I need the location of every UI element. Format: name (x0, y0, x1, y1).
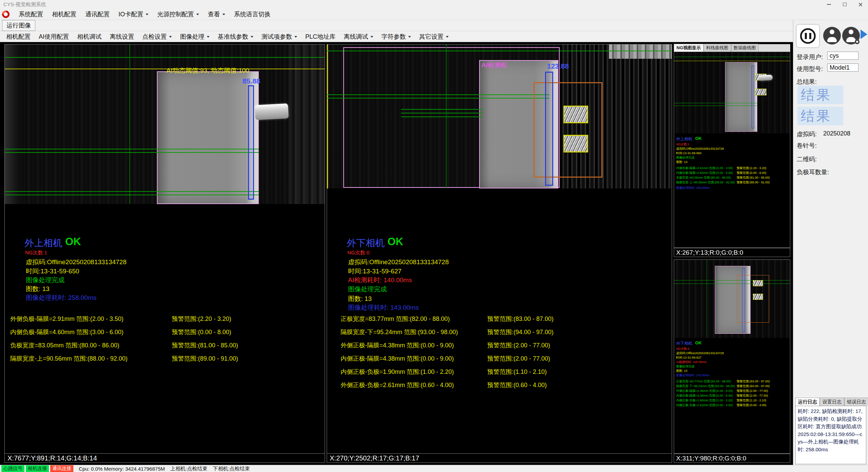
measurement-text: 外侧正极-负极=2.61mm 范围:(0.60 - 4.00) (341, 381, 454, 389)
menu-view[interactable]: 查看 (203, 9, 230, 20)
baseline-vertical (129, 44, 130, 204)
minimize-icon (827, 4, 831, 5)
tab-detect-rect (563, 106, 588, 123)
cam-left-cursor-status: X:7677;Y:891;R:14;G:14;B:14 (5, 453, 325, 462)
preview-cam-title: 外下相机 (676, 341, 692, 346)
pause-button[interactable] (796, 24, 820, 48)
toolbar: 相机配置 AI使用配置 相机调试 离线设置 点检设置 图像处理 基准线参数 测试… (0, 31, 793, 42)
side-panel: 登录用户: cys 使用型号: Model1 总结果: 结果 结果 虚拟码: 2… (793, 20, 868, 465)
close-button[interactable] (852, 0, 868, 9)
tool-camera-config[interactable]: 相机配置 (2, 31, 35, 42)
measurement-text: 隔膜宽度-下=95.24mm 范围:(93.00 - 98.00) (341, 328, 458, 336)
preview-code: 虚拟码:Offline20250208133134728 (676, 351, 724, 356)
maximize-button[interactable] (837, 0, 852, 9)
detect-rect-orange (534, 82, 602, 178)
electrode-tab (255, 103, 289, 120)
tool-offline-settings[interactable]: 离线设置 (106, 31, 138, 42)
menu-light-control-config[interactable]: 光源控制配置 (153, 9, 203, 20)
preview-upper-panel[interactable]: 外上相机 OK NG次数:1 虚拟码:Offline20250208133134… (674, 52, 790, 248)
tool-other-settings[interactable]: 其它设置 (415, 31, 453, 42)
cam-mid-panel: AI检测框 123.88 外下相机 OK NG次数:0 虚拟码:Offline2… (327, 44, 672, 463)
preview-lower-image (674, 260, 790, 338)
cam-left-elapsed: 图像处理耗时: 258.00ms (26, 293, 96, 302)
measurement-text: 外侧正极-隔膜=4.38mm 范围:(0.00 - 9.00) (341, 341, 454, 349)
measure-line (5, 152, 259, 153)
tab-settings-log[interactable]: 设置日志 (820, 398, 844, 406)
menu-camera-config[interactable]: 相机配置 (48, 9, 81, 20)
tab-run-log[interactable]: 运行日志 (795, 398, 820, 406)
tool-plc-address[interactable]: PLC地址库 (301, 31, 340, 42)
panel-collapse-arrow-icon[interactable] (861, 30, 867, 39)
pin-label: 卷针号: (797, 142, 817, 150)
tool-ai-use-config[interactable]: AI使用配置 (35, 31, 73, 42)
measurement-warn: 预警范围:(0.00 - 8.00) (172, 328, 231, 336)
measurement-warn: 预警范围:(81.00 - 85.00) (172, 341, 238, 349)
menu-comm-config[interactable]: 通讯配置 (81, 9, 114, 20)
minimize-button[interactable] (821, 0, 837, 9)
measurement-warn: 预警范围:(83.00 - 87.00) (487, 315, 554, 323)
measure-line (5, 149, 259, 149)
tab-detect-rect (563, 135, 588, 152)
ai-threshold-text: AI动态阈值:93, 动态阈值:100 (166, 66, 249, 75)
measurement-text: 隔膜宽度-上=90.56mm 范围:(88.00 - 92.00) (10, 355, 128, 363)
detect-rect-blue (742, 268, 745, 332)
measurement-text: 外侧负极-隔膜=2.91mm 范围:(2.00 - 3.50) (10, 315, 124, 323)
tab-data-curve[interactable]: 数据曲线图 (731, 44, 759, 52)
preview-upper-cursor-status: X:267;Y:13;R:0;G:0;B:0 (674, 248, 790, 257)
tool-test-item-params[interactable]: 测试项参数 (257, 31, 301, 42)
model-label: 使用型号: (797, 65, 823, 73)
preview-warn: 预警范围:(2.00 - 77.00) (737, 389, 768, 393)
login-user-label: 登录用户: (797, 53, 823, 61)
tool-image-processing[interactable]: 图像处理 (176, 31, 214, 42)
separator-material (157, 71, 259, 204)
tab-row: 运行图像 (0, 20, 793, 31)
menu-system-config[interactable]: 系统配置 (14, 9, 48, 20)
tab-line-curve[interactable]: 料线曲线图 (704, 44, 731, 52)
measure-line (674, 284, 790, 284)
baseline-yellow-vertical (327, 44, 328, 188)
baseline-vertical (446, 44, 447, 188)
tab-ng-view[interactable]: NG视图显示 (674, 44, 704, 52)
tab-error-log[interactable]: 错误日志 (844, 398, 868, 406)
preview-measure: 正极宽度=83.77mm 范围:(82.00 - 88.00) (676, 379, 731, 384)
baseline-vertical (706, 260, 707, 338)
cam-mid-cursor-status: X:270;Y:2502;R:17;G:17;B:17 (327, 453, 672, 462)
preview-warn: 预警范围:(1.10 - 2.10) (737, 398, 766, 403)
preview-lower-panel[interactable]: 外下相机 OK NG次数:0 虚拟码:Offline20250208133134… (674, 259, 790, 454)
measure-line (401, 116, 483, 117)
measure-line (327, 98, 549, 98)
user-settings-button[interactable] (842, 27, 860, 44)
tool-baseline-params[interactable]: 基准线参数 (214, 31, 257, 42)
login-user-field[interactable]: cys (827, 52, 858, 60)
tool-camera-debug[interactable]: 相机调试 (73, 31, 106, 42)
tool-offline-debug[interactable]: 离线调试 (340, 31, 377, 42)
comm-connection-badge: 通讯连接 (50, 465, 73, 472)
cam-mid-elapsed: 图像处理耗时: 143.00ms (348, 303, 419, 312)
preview-cam-result: OK (695, 136, 702, 141)
measurement-warn: 预警范围:(1.10 - 2.10) (487, 368, 547, 376)
run-log-content[interactable]: 耗时: 222, 缺陷检测耗时: 17, 缺陷分类耗时: 0, 缺陷提取分区耗时… (795, 406, 866, 464)
menu-io-card-config[interactable]: IO卡配置 (114, 9, 153, 20)
tool-spotcheck-settings[interactable]: 点检设置 (138, 31, 176, 42)
tool-char-params[interactable]: 字符参数 (377, 31, 415, 42)
titlebar: CYS-视觉检测系统 (0, 0, 868, 9)
app-window: CYS-视觉检测系统 系统配置 相机配置 通讯配置 IO卡配置 光源控制配置 查… (0, 0, 868, 472)
app-logo-icon (1, 9, 11, 20)
detect-rect-blue (248, 85, 254, 200)
tab-run-image[interactable]: 运行图像 (2, 20, 35, 31)
menu-language-switch[interactable]: 系统语言切换 (230, 9, 275, 20)
tab-detect-rect (753, 280, 763, 286)
user-button[interactable] (823, 27, 841, 44)
gear-icon (855, 39, 860, 44)
preview-code: 虚拟码:Offline20250208133134728 (676, 147, 724, 151)
measure-value-text: 123.88 (547, 62, 569, 70)
measurement-text: 负极宽度=83.05mm 范围:(80.00 - 86.00) (10, 341, 120, 349)
status-bar: 心跳信号 相机连接 通讯连接 Cpu: 0.0% Memory: 3424.41… (0, 465, 868, 472)
menubar: 系统配置 相机配置 通讯配置 IO卡配置 光源控制配置 查看 系统语言切换 (0, 9, 868, 20)
preview-elapsed: 图像处理耗时: 258.00ms (676, 186, 710, 190)
measurement-warn: 预警范围:(89.00 - 91.00) (172, 355, 238, 363)
cam-mid-image[interactable]: AI检测框 123.88 (327, 44, 672, 188)
preview-warn: 预警范围:(0.60 - 4.00) (737, 403, 766, 407)
cam-left-image[interactable]: AI动态阈值:93, 动态阈值:100 85.88 (5, 44, 325, 204)
model-field[interactable]: Model1 (827, 63, 858, 72)
